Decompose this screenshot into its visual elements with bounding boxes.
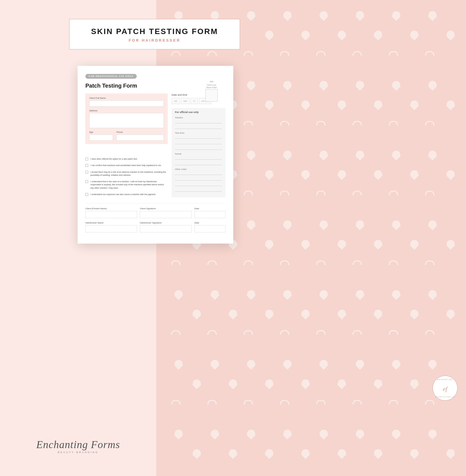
col-right: Date and time DD MM YY HH:MM For officia… bbox=[172, 93, 225, 202]
client-initials-label: Client LastName Initial bbox=[205, 84, 218, 89]
hairdresser-sig-input[interactable] bbox=[140, 225, 191, 232]
solution-label: Solution bbox=[175, 116, 222, 119]
age-label: Age bbox=[89, 131, 113, 133]
form-title: Patch Testing Form bbox=[85, 83, 225, 89]
notes-line-4 bbox=[175, 188, 222, 192]
date-label-1: Date bbox=[194, 207, 225, 210]
file-rect bbox=[205, 89, 218, 102]
date-mm[interactable]: MM bbox=[181, 98, 189, 104]
address-input[interactable] bbox=[89, 113, 164, 128]
client-printed-label: Client (Printed Name) bbox=[85, 207, 137, 210]
notes-line-3 bbox=[175, 182, 222, 186]
solution-group: Solution bbox=[175, 116, 222, 129]
checkbox-text-3: I accept there may be a risk of an adver… bbox=[90, 170, 168, 177]
checkbox-3[interactable] bbox=[85, 171, 88, 174]
checkbox-item-4: I understand that in the case of a react… bbox=[85, 180, 168, 189]
test-area-line-3 bbox=[175, 146, 222, 150]
checkbox-item-5: I understand sun exposure can also cause… bbox=[85, 193, 168, 196]
subtitle: FOR HAIRDRESSER bbox=[81, 38, 229, 42]
result-label: Result bbox=[175, 153, 222, 155]
main-title: SKIN PATCH TESTING FORM bbox=[81, 27, 229, 36]
solution-line-2 bbox=[175, 125, 222, 129]
pink-section: Client Full Name Address Age Phone bbox=[85, 93, 168, 144]
checkbox-text-4: I understand that in the case of a react… bbox=[90, 180, 168, 189]
address-label: Address bbox=[89, 109, 164, 112]
date-label-2: Date bbox=[194, 222, 225, 224]
signature-section: Client (Printed Name) Client Signature D… bbox=[85, 203, 225, 232]
result-line-2 bbox=[175, 161, 222, 165]
checkbox-1[interactable] bbox=[85, 158, 88, 160]
date-field-1: Date bbox=[194, 207, 225, 218]
file-box: File Client LastName Initial bbox=[205, 80, 218, 102]
watermark-bottom-text: ENCHANTINGFORMS.COM bbox=[435, 396, 455, 398]
official-section: For official use only Solution Test Area… bbox=[172, 108, 225, 197]
client-sig-input[interactable] bbox=[140, 211, 191, 218]
client-full-name-label: Client Full Name bbox=[89, 97, 164, 99]
notes-line-2 bbox=[175, 177, 222, 181]
client-sig-field: Client Signature bbox=[140, 207, 191, 218]
result-group: Result bbox=[175, 153, 222, 165]
checkbox-text-2: I can confirm that reactions and sensiti… bbox=[90, 164, 162, 167]
age-input[interactable] bbox=[89, 134, 113, 141]
watermark-top-text: ENCHANTING bbox=[437, 379, 453, 380]
test-area-line-2 bbox=[175, 140, 222, 144]
sig-row-1: Client (Printed Name) Client Signature D… bbox=[85, 207, 225, 218]
client-printed-field: Client (Printed Name) bbox=[85, 207, 137, 218]
watermark: ENCHANTING ef ENCHANTINGFORMS.COM bbox=[433, 376, 458, 401]
bottom-logo: Enchanting Forms BEAUTY BRANDING bbox=[36, 439, 120, 454]
solution-line-1 bbox=[175, 119, 222, 123]
checkbox-2[interactable] bbox=[85, 164, 88, 167]
client-full-name-input[interactable] bbox=[89, 100, 164, 107]
date-input-2[interactable] bbox=[194, 225, 225, 232]
date-field-2: Date bbox=[194, 222, 225, 232]
pro-badge: FOR PROFESSIONAL USE ONLY bbox=[85, 74, 137, 79]
checkboxes-section: I have been offered the option for a ski… bbox=[85, 154, 168, 202]
date-yy[interactable]: YY bbox=[191, 98, 198, 104]
test-area-group: Test Area bbox=[175, 132, 222, 150]
checkbox-item-2: I can confirm that reactions and sensiti… bbox=[85, 164, 168, 167]
hairdresser-sig-label: Hairdresser Signature bbox=[140, 222, 191, 224]
phone-label: Phone bbox=[116, 131, 164, 133]
hairdresser-sig-field: Hairdresser Signature bbox=[140, 222, 191, 232]
title-card: SKIN PATCH TESTING FORM FOR HAIRDRESSER bbox=[69, 19, 240, 49]
file-label: File bbox=[205, 80, 218, 83]
notes-line-1 bbox=[175, 171, 222, 175]
hairdresser-name-label: Hairdresser Name bbox=[85, 222, 137, 224]
result-line-1 bbox=[175, 156, 222, 160]
checkbox-5[interactable] bbox=[85, 193, 88, 196]
checkbox-item-1: I have been offered the option for a ski… bbox=[85, 157, 168, 160]
test-area-line-1 bbox=[175, 135, 222, 139]
checkbox-item-3: I accept there may be a risk of an adver… bbox=[85, 170, 168, 177]
logo-tagline: BEAUTY BRANDING bbox=[36, 451, 120, 454]
checkbox-text-1: I have been offered the option for a ski… bbox=[90, 157, 138, 160]
age-phone-row: Age Phone bbox=[89, 131, 164, 141]
test-area-label: Test Area bbox=[175, 132, 222, 134]
checkbox-text-5: I understand sun exposure can also cause… bbox=[90, 193, 156, 196]
client-printed-input[interactable] bbox=[85, 211, 137, 218]
col-left: Client Full Name Address Age Phone bbox=[85, 93, 168, 202]
sig-row-2: Hairdresser Name Hairdresser Signature D… bbox=[85, 222, 225, 232]
other-notes-group: Other notes bbox=[175, 168, 222, 192]
other-notes-label: Other notes bbox=[175, 168, 222, 170]
form-document: FOR PROFESSIONAL USE ONLY File Client La… bbox=[78, 66, 233, 244]
hairdresser-name-field: Hairdresser Name bbox=[85, 222, 137, 232]
hairdresser-name-input[interactable] bbox=[85, 225, 137, 232]
client-sig-label: Client Signature bbox=[140, 207, 191, 210]
date-input-1[interactable] bbox=[194, 211, 225, 218]
official-title: For official use only bbox=[175, 111, 222, 114]
phone-input[interactable] bbox=[116, 134, 164, 141]
form-body: Client Full Name Address Age Phone bbox=[85, 93, 225, 202]
watermark-monogram: ef bbox=[443, 385, 447, 393]
logo-script-text: Enchanting Forms bbox=[36, 439, 120, 450]
checkbox-4[interactable] bbox=[85, 180, 88, 183]
date-dd[interactable]: DD bbox=[172, 98, 180, 104]
